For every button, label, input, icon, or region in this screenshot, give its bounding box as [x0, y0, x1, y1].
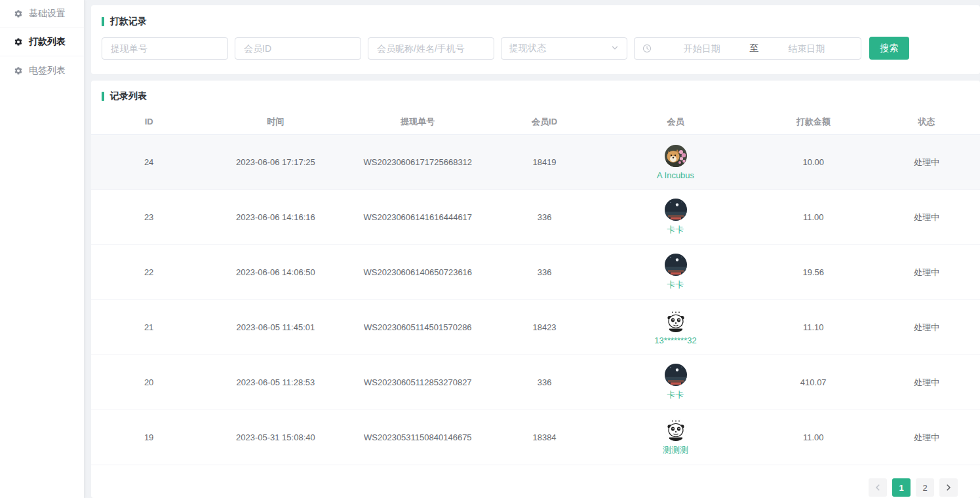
- table-row: 212023-06-05 11:45:01WS20230605114501570…: [91, 300, 980, 355]
- sidebar-item-label: 打款列表: [29, 36, 66, 48]
- table-row: 222023-06-06 14:06:50WS20230606140650723…: [91, 245, 980, 300]
- cell-id: 21: [91, 322, 206, 332]
- column-header: 会员ID: [491, 116, 598, 128]
- cell-member-id: 18419: [491, 157, 598, 167]
- cell-amount: 11.10: [753, 322, 873, 332]
- pagination-page-1[interactable]: 1: [892, 478, 911, 497]
- cell-id: 22: [91, 267, 206, 277]
- member-name-link[interactable]: 卡卡: [598, 279, 753, 291]
- cell-status: 处理中: [873, 322, 980, 334]
- cell-amount: 19.56: [753, 267, 873, 277]
- cell-member-id: 336: [491, 212, 598, 222]
- start-date-input[interactable]: [656, 43, 749, 54]
- cell-time: 2023-06-06 14:16:16: [206, 212, 344, 222]
- cell-member-id: 336: [491, 267, 598, 277]
- table-header-row: ID时间提现单号会员ID会员打款金额状态: [91, 109, 980, 135]
- member-id-input[interactable]: [235, 37, 361, 60]
- filter-row: 提现状态 至 搜索: [102, 37, 970, 60]
- date-range-picker[interactable]: 至: [634, 37, 861, 60]
- records-section-title: 记录列表: [91, 90, 980, 102]
- member-avatar: [665, 364, 687, 386]
- records-title-text: 记录列表: [110, 90, 147, 102]
- filter-card: 打款记录 提现状态 至 搜索: [91, 5, 980, 74]
- cell-member: 测测测: [598, 419, 753, 456]
- table-row: 192023-05-31 15:08:40WS20230531150840146…: [91, 410, 980, 465]
- date-range-separator: 至: [750, 43, 759, 54]
- cell-amount: 11.00: [753, 212, 873, 222]
- pagination: 12: [91, 465, 980, 497]
- cell-member-id: 336: [491, 377, 598, 387]
- member-name-link[interactable]: 测测测: [598, 444, 753, 456]
- column-header: 提现单号: [344, 116, 491, 128]
- prev-icon: [874, 484, 881, 491]
- records-card: 记录列表 ID时间提现单号会员ID会员打款金额状态 242023-06-06 1…: [91, 81, 980, 498]
- cell-time: 2023-06-05 11:28:53: [206, 377, 344, 387]
- cell-status: 处理中: [873, 432, 980, 444]
- sidebar-item-2[interactable]: 电签列表: [0, 56, 84, 85]
- cell-member-id: 18423: [491, 322, 598, 332]
- member-name-link[interactable]: A Incubus: [598, 170, 753, 180]
- column-header: 会员: [598, 116, 753, 128]
- cell-status: 处理中: [873, 377, 980, 389]
- cell-order-no: WS20230605112853270827: [344, 377, 491, 387]
- cell-member: 卡卡: [598, 199, 753, 236]
- pagination-prev[interactable]: [869, 478, 887, 497]
- member-avatar: [665, 254, 687, 276]
- sidebar: 基础设置打款列表电签列表: [0, 0, 85, 498]
- sidebar-item-1[interactable]: 打款列表: [0, 28, 84, 56]
- cell-member: 卡卡: [598, 254, 753, 291]
- member-avatar: [665, 199, 687, 221]
- table-row: 242023-06-06 17:17:25WS20230606171725668…: [91, 135, 980, 190]
- table-body: 242023-06-06 17:17:25WS20230606171725668…: [91, 135, 980, 465]
- member-avatar: [665, 310, 687, 332]
- filter-section-title: 打款记录: [102, 16, 970, 28]
- cell-order-no: WS20230531150840146675: [344, 432, 491, 442]
- sidebar-item-label: 电签列表: [29, 65, 66, 77]
- sidebar-item-0[interactable]: 基础设置: [0, 0, 84, 28]
- next-icon: [945, 484, 952, 491]
- column-header: 打款金额: [753, 116, 873, 128]
- cell-amount: 410.07: [753, 377, 873, 387]
- cell-id: 23: [91, 212, 206, 222]
- search-button[interactable]: 搜索: [869, 37, 909, 60]
- section-title-bar: [102, 92, 104, 101]
- filter-title-text: 打款记录: [110, 16, 147, 28]
- pagination-page-2[interactable]: 2: [916, 478, 934, 497]
- gear-icon: [14, 37, 23, 47]
- cell-amount: 11.00: [753, 432, 873, 442]
- cell-time: 2023-06-05 11:45:01: [206, 322, 344, 332]
- member-name-link[interactable]: 卡卡: [598, 389, 753, 401]
- cell-order-no: WS20230606171725668312: [344, 157, 491, 167]
- column-header: 状态: [873, 116, 980, 128]
- main-content: 打款记录 提现状态 至 搜索: [85, 0, 980, 498]
- cell-order-no: WS20230606140650723616: [344, 267, 491, 277]
- gear-icon: [14, 66, 23, 75]
- gear-icon: [14, 9, 23, 18]
- member-name-link[interactable]: 13*******32: [598, 335, 753, 345]
- clock-icon: [642, 44, 652, 53]
- cell-id: 24: [91, 157, 206, 167]
- cell-id: 19: [91, 432, 206, 442]
- status-select[interactable]: 提现状态: [501, 37, 627, 60]
- cell-member: 卡卡: [598, 364, 753, 401]
- member-avatar: [665, 145, 687, 167]
- order-no-input[interactable]: [102, 37, 228, 60]
- cell-order-no: WS20230605114501570286: [344, 322, 491, 332]
- member-name-input[interactable]: [368, 37, 494, 60]
- chevron-down-icon: [611, 43, 619, 54]
- cell-status: 处理中: [873, 212, 980, 223]
- sidebar-item-label: 基础设置: [29, 8, 66, 20]
- table-row: 232023-06-06 14:16:16WS20230606141616444…: [91, 190, 980, 245]
- member-avatar: [665, 419, 687, 441]
- cell-member: 13*******32: [598, 310, 753, 345]
- cell-member: A Incubus: [598, 145, 753, 180]
- column-header: ID: [91, 117, 206, 126]
- cell-time: 2023-05-31 15:08:40: [206, 432, 344, 442]
- member-name-link[interactable]: 卡卡: [598, 224, 753, 236]
- pagination-next[interactable]: [939, 478, 958, 497]
- cell-order-no: WS20230606141616444617: [344, 212, 491, 222]
- cell-amount: 10.00: [753, 157, 873, 167]
- status-select-placeholder: 提现状态: [509, 43, 546, 54]
- end-date-input[interactable]: [760, 43, 853, 54]
- cell-status: 处理中: [873, 267, 980, 278]
